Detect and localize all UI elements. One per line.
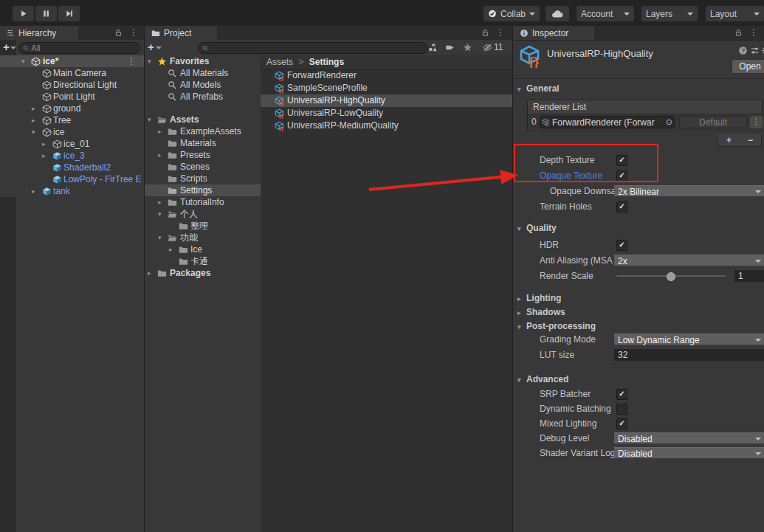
hierarchy-item[interactable]: ▸ tank [0,185,144,197]
srp-batcher-checkbox[interactable]: ✓ [616,389,627,400]
tree-item[interactable]: ▸ Presets [145,149,261,161]
tree-item[interactable]: Scripts [145,173,261,184]
hierarchy-item[interactable]: ▸ ice_3 [0,150,144,162]
grading-mode-dropdown[interactable]: Low Dynamic Range [614,334,764,345]
asset-file[interactable]: SampleSceneProfile [261,82,512,94]
expander-open-icon[interactable]: ▾ [158,232,162,243]
asset-file[interactable]: UniversalRP-LowQuality [261,107,512,120]
tree-item[interactable]: ▸ Ice [145,243,261,255]
tree-item[interactable]: 整理 [145,220,261,232]
field-label-link[interactable]: Opaque Texture [540,168,614,183]
menu-kebab-icon[interactable]: ⋮ [496,27,505,38]
hdr-checkbox[interactable]: ✓ [616,240,627,251]
expander-closed-icon[interactable]: ▸ [169,243,173,255]
depth-texture-checkbox[interactable]: ✓ [616,155,627,166]
layers-dropdown[interactable]: Layers [641,6,698,21]
asset-file-selected[interactable]: UniversalRP-HighQuality [261,94,512,107]
project-search-input[interactable] [211,44,424,52]
hierarchy-item[interactable]: Shaderball2 [0,162,144,173]
search-by-type-icon[interactable] [428,43,438,52]
hierarchy-item[interactable]: ▸ ground [0,103,144,114]
cloud-button[interactable] [546,6,569,21]
chevron-down-icon[interactable] [156,46,162,49]
hierarchy-item-scene[interactable]: ▾ ice* ⋮ [0,55,144,67]
tree-item-favorites[interactable]: ▾ Favorites [145,55,261,67]
label-tag-icon[interactable] [445,43,455,52]
tree-item[interactable]: Scenes [145,161,261,173]
hierarchy-item[interactable]: Main Camera [0,67,144,79]
tree-item[interactable]: ▸ TutorialInfo [145,196,261,208]
expander-closed-icon[interactable]: ▸ [32,185,35,197]
hierarchy-item[interactable]: Point Light [0,91,144,103]
render-scale-slider[interactable] [616,275,726,277]
menu-kebab-icon[interactable]: ⋮ [127,56,136,66]
add-renderer-button[interactable]: + [726,135,732,145]
tree-item-assets[interactable]: ▾ Assets [145,114,261,125]
tree-item[interactable]: All Prefabs [145,91,261,103]
default-button[interactable]: Default [679,116,747,128]
expander-closed-icon[interactable]: ▸ [158,125,162,137]
menu-kebab-icon[interactable]: ⋮ [129,27,138,38]
favorites-star-icon[interactable] [463,43,472,52]
open-button[interactable]: Open [732,59,764,74]
opaque-texture-checkbox[interactable]: ✓ [616,170,627,182]
hierarchy-item[interactable]: ▾ ice [0,126,144,138]
expander-closed-icon[interactable]: ▸ [158,149,162,161]
expander-closed-icon[interactable]: ▸ [517,292,521,305]
terrain-holes-checkbox[interactable]: ✓ [616,201,627,213]
section-quality[interactable]: ▾ Quality [513,221,764,235]
expander-open-icon[interactable]: ▾ [517,373,521,387]
tree-item[interactable]: ▾ 功能 [145,232,261,243]
breadcrumb-current[interactable]: Settings [309,57,344,67]
expander-closed-icon[interactable]: ▸ [517,306,521,319]
lut-size-input[interactable]: 32 [614,349,764,361]
lock-icon[interactable] [734,29,743,37]
step-button[interactable] [58,6,80,21]
opaque-downsample-dropdown[interactable]: 2x Bilinear [614,185,764,197]
debug-level-dropdown[interactable]: Disabled [614,432,764,444]
dynamic-batching-checkbox[interactable] [616,404,627,415]
menu-kebab-icon[interactable]: ⋮ [749,27,758,38]
play-button[interactable] [13,6,34,21]
renderer-object-field[interactable]: ForwardRenderer (Forwar ⊙ [540,116,675,128]
expander-open-icon[interactable]: ▾ [32,126,35,138]
expander-open-icon[interactable]: ▾ [21,55,25,67]
tree-item-settings[interactable]: Settings [145,184,261,196]
object-picker-icon[interactable]: ⊙ [666,117,672,127]
hidden-count-eye-icon[interactable] [483,43,492,52]
expander-closed-icon[interactable]: ▸ [42,150,46,162]
lock-icon[interactable] [114,29,123,37]
tree-item[interactable]: 卡通 [145,255,261,267]
expander-open-icon[interactable]: ▾ [148,55,151,67]
expander-closed-icon[interactable]: ▸ [158,196,162,208]
gear-icon[interactable] [761,46,764,55]
mixed-lighting-checkbox[interactable]: ✓ [616,418,627,429]
presets-icon[interactable] [750,46,760,55]
expander-closed-icon[interactable]: ▸ [32,103,35,114]
hierarchy-search[interactable] [18,42,140,54]
slider-thumb[interactable] [667,272,675,281]
section-general[interactable]: ▾ General [513,82,764,95]
layout-dropdown[interactable]: Layout [706,6,764,21]
tab-hierarchy[interactable]: Hierarchy [0,26,78,40]
hierarchy-item[interactable]: Directional Light [0,79,144,91]
section-advanced[interactable]: ▾ Advanced [513,373,764,386]
tree-item-packages[interactable]: ▸ Packages [145,267,261,279]
asset-file[interactable]: ForwardRenderer [261,69,512,82]
add-button[interactable]: + [148,41,154,53]
asset-file[interactable]: UniversalRP-MediumQuality [261,120,512,132]
renderer-row-menu[interactable]: ⋮ [750,116,763,128]
expander-open-icon[interactable]: ▾ [517,222,521,235]
add-button[interactable]: + [3,41,10,53]
remove-renderer-button[interactable]: − [748,135,753,145]
hierarchy-item[interactable]: ▸ ice_01 [0,138,144,150]
section-shadows[interactable]: ▸ Shadows [513,305,764,319]
chevron-down-icon[interactable] [10,46,16,49]
expander-closed-icon[interactable]: ▸ [42,138,46,150]
tree-item[interactable]: All Models [145,79,261,91]
breadcrumb-root[interactable]: Assets [266,57,293,67]
render-scale-value[interactable]: 1 [734,270,764,282]
expander-open-icon[interactable]: ▾ [148,114,151,125]
expander-closed-icon[interactable]: ▸ [32,114,35,126]
project-search[interactable] [198,42,428,54]
